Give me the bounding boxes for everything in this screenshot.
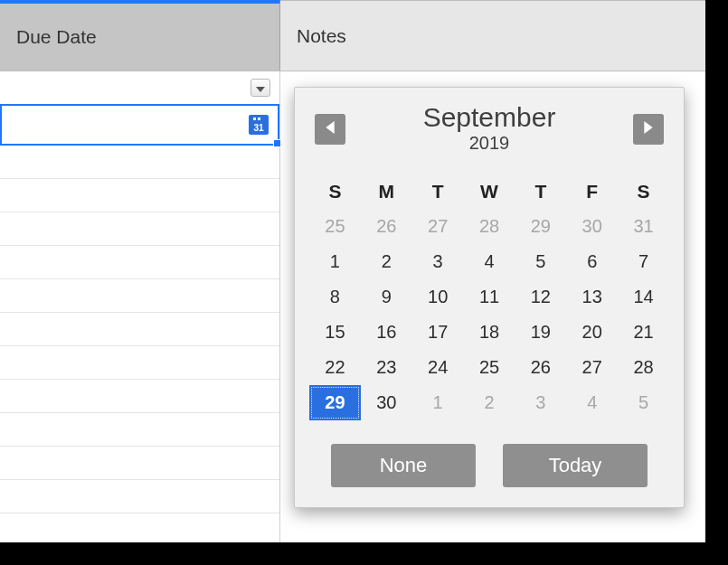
calendar-week: 1234567: [309, 244, 669, 279]
grid-row[interactable]: [0, 279, 279, 313]
calendar-day[interactable]: 24: [412, 350, 464, 385]
calendar-day[interactable]: 21: [618, 315, 669, 350]
chevron-down-icon: [256, 80, 265, 96]
column-headers: Due Date Notes: [0, 0, 705, 71]
active-date-cell[interactable]: 31: [0, 104, 279, 146]
datepicker-actions: None Today: [309, 444, 669, 487]
calendar-day-selected[interactable]: 29: [309, 385, 361, 420]
grid-row[interactable]: [0, 480, 279, 513]
grid-row[interactable]: [0, 380, 279, 413]
prev-month-button[interactable]: [315, 114, 345, 145]
calendar-day-other-month[interactable]: 31: [618, 209, 669, 244]
calendar-day[interactable]: 13: [566, 279, 618, 315]
datepicker-title: September 2019: [423, 104, 556, 154]
dow-label: W: [464, 174, 515, 209]
column-header-due-date[interactable]: Due Date: [0, 0, 280, 71]
dow-label: T: [412, 174, 464, 209]
calendar-day[interactable]: 16: [361, 315, 412, 350]
calendar-day[interactable]: 5: [515, 244, 566, 279]
calendar-week: 22232425262728: [309, 350, 669, 385]
calendar-week: 25262728293031: [309, 209, 669, 244]
due-date-column: 31: [0, 71, 280, 542]
next-month-button[interactable]: [633, 114, 664, 145]
datepicker-popup: September 2019 SMTWTFS 25262728293031123…: [294, 87, 685, 508]
column-header-notes[interactable]: Notes: [280, 0, 705, 71]
grid-row[interactable]: [0, 179, 279, 212]
calendar-day[interactable]: 2: [361, 244, 412, 279]
grid-row[interactable]: [0, 146, 279, 179]
dow-label: T: [515, 174, 566, 209]
dow-label: S: [309, 174, 361, 209]
calendar-day[interactable]: 6: [566, 244, 618, 279]
year-label: 2019: [423, 133, 556, 154]
calendar-day[interactable]: 12: [515, 279, 566, 315]
dow-row: SMTWTFS: [309, 174, 669, 209]
calendar-day[interactable]: 3: [412, 244, 464, 279]
calendar-day[interactable]: 11: [464, 279, 515, 315]
grid-row[interactable]: [0, 212, 279, 246]
today-button[interactable]: Today: [503, 444, 648, 487]
calendar-day[interactable]: 20: [566, 315, 618, 350]
calendar-week: 891011121314: [309, 279, 669, 315]
calendar-day[interactable]: 1: [309, 244, 361, 279]
calendar-day-other-month[interactable]: 29: [515, 209, 566, 244]
dow-label: M: [361, 174, 412, 209]
calendar-day[interactable]: 8: [309, 279, 361, 315]
calendar-day[interactable]: 27: [566, 350, 618, 385]
calendar-day[interactable]: 28: [618, 350, 669, 385]
calendar-day-other-month[interactable]: 28: [464, 209, 515, 244]
grid-row[interactable]: [0, 246, 279, 279]
grid-row[interactable]: [0, 346, 279, 380]
dow-label: F: [566, 174, 618, 209]
chevron-right-icon: [644, 121, 653, 137]
calendar-day-other-month[interactable]: 27: [412, 209, 464, 244]
month-label: September: [423, 104, 556, 131]
none-button[interactable]: None: [331, 444, 476, 487]
calendar-day[interactable]: 10: [412, 279, 464, 315]
calendar-icon[interactable]: 31: [249, 115, 269, 135]
calendar-day[interactable]: 26: [515, 350, 566, 385]
calendar-day[interactable]: 25: [464, 350, 515, 385]
calendar-day[interactable]: 15: [309, 315, 361, 350]
calendar-day[interactable]: 23: [361, 350, 412, 385]
calendar-day-other-month[interactable]: 25: [309, 209, 361, 244]
calendar-week: 15161718192021: [309, 315, 669, 350]
grid-row[interactable]: [0, 447, 279, 480]
calendar-day[interactable]: 30: [361, 385, 412, 420]
calendar-day[interactable]: 7: [618, 244, 669, 279]
calendar-day[interactable]: 18: [464, 315, 515, 350]
calendar-day[interactable]: 9: [361, 279, 412, 315]
chevron-left-icon: [326, 121, 335, 137]
datepicker-header: September 2019: [309, 104, 669, 154]
calendar-day-other-month[interactable]: 2: [464, 385, 515, 420]
grid-row[interactable]: [0, 413, 279, 447]
calendar-day[interactable]: 17: [412, 315, 464, 350]
calendar-week: 293012345: [309, 385, 669, 420]
app-shell: Due Date Notes 31: [0, 0, 705, 542]
dropdown-button[interactable]: [251, 79, 270, 97]
calendar-grid: SMTWTFS 25262728293031123456789101112131…: [309, 174, 669, 420]
grid-row[interactable]: [0, 71, 279, 105]
calendar-day[interactable]: 22: [309, 350, 361, 385]
calendar-day-other-month[interactable]: 4: [566, 385, 618, 420]
calendar-day[interactable]: 4: [464, 244, 515, 279]
grid-row[interactable]: [0, 313, 279, 346]
calendar-day-other-month[interactable]: 1: [412, 385, 464, 420]
calendar-day[interactable]: 14: [618, 279, 669, 315]
calendar-day-other-month[interactable]: 26: [361, 209, 412, 244]
calendar-day-other-month[interactable]: 5: [618, 385, 669, 420]
calendar-day-other-month[interactable]: 3: [515, 385, 566, 420]
calendar-day-other-month[interactable]: 30: [566, 209, 618, 244]
calendar-day[interactable]: 19: [515, 315, 566, 350]
dow-label: S: [618, 174, 669, 209]
